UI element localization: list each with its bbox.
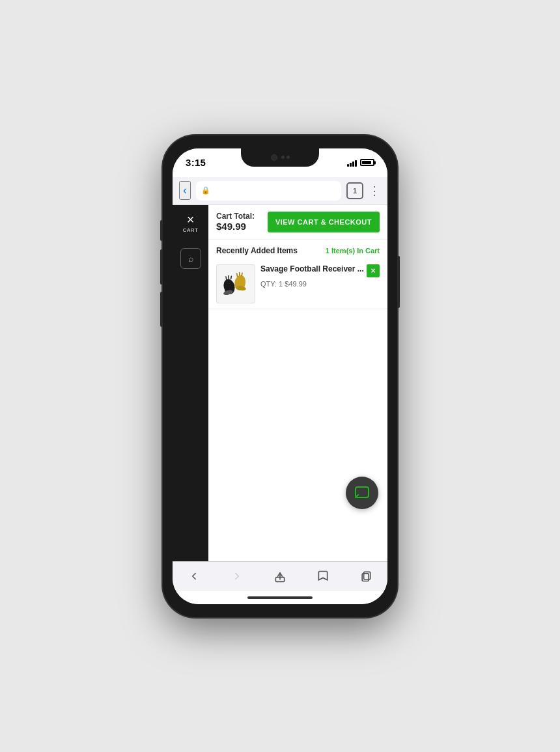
dot-sensor-2 [287,156,290,159]
cart-empty-area [208,309,387,561]
browser-bottom-forward-button[interactable] [227,566,247,586]
status-bar: 3:15 [173,148,387,177]
browser-url-bar[interactable]: 🔒 [196,181,341,201]
browser-back-button[interactable]: ‹ [179,181,191,200]
cart-label: CART [183,227,199,233]
browser-bottom-back-button[interactable] [184,566,204,586]
svg-line-7 [237,273,238,276]
item-name-row: Savage Football Receiver ... × [260,264,380,277]
chat-icon [354,485,370,501]
football-gloves-image [219,268,252,300]
tabs-overview-button[interactable] [356,566,376,586]
signal-bar-3 [352,161,354,167]
search-icon: ⌕ [188,253,193,264]
phone-frame: 3:15 ‹ [163,135,397,617]
volume-up-button [160,249,163,285]
signal-bar-4 [355,160,357,167]
battery-fill [362,161,371,164]
remove-item-button[interactable]: × [367,264,380,277]
cart-total-price: $49.99 [216,221,255,232]
close-cart-button[interactable]: × CART [179,212,203,235]
battery-icon [360,159,374,166]
item-details: Savage Football Receiver ... × QTY: 1 $4… [260,264,380,288]
power-button [397,256,400,308]
ssl-lock-icon: 🔒 [201,186,210,195]
status-time: 3:15 [186,157,206,168]
item-qty-price: QTY: 1 $49.99 [260,280,380,288]
cart-item: Savage Football Receiver ... × QTY: 1 $4… [208,259,387,309]
phone-screen: 3:15 ‹ [173,148,387,604]
cart-header: Cart Total: $49.99 VIEW CART & CHECKOUT [208,205,387,240]
volume-down-button [160,292,163,327]
item-name: Savage Football Receiver ... [260,264,367,273]
home-bar [247,596,313,599]
main-cart-area: Cart Total: $49.99 VIEW CART & CHECKOUT … [208,205,387,561]
notch-sensors [281,156,290,159]
svg-line-6 [231,276,232,279]
browser-bottom-bar [173,561,387,591]
cart-total-label: Cart Total: [216,212,255,221]
close-icon: × [187,213,195,226]
svg-line-4 [226,277,227,279]
chat-fab-button[interactable] [346,477,378,509]
browser-bar: ‹ 🔒 1 ⋮ [173,177,387,205]
home-indicator [173,591,387,604]
mute-button [160,220,163,241]
search-button[interactable]: ⌕ [180,248,201,269]
recently-added-header: Recently Added Items 1 Item(s) In Cart [208,240,387,259]
cart-content: × CART ⌕ Cart Total: $49.99 VIEW CART & … [173,205,387,561]
items-in-cart-badge: 1 Item(s) In Cart [326,247,380,255]
status-icons [347,159,374,167]
notch [241,148,319,167]
signal-bar-1 [347,164,349,167]
signal-icon [347,159,357,167]
left-panel: × CART ⌕ [173,205,208,561]
svg-line-9 [242,273,242,275]
checkout-button[interactable]: VIEW CART & CHECKOUT [268,212,380,232]
front-camera [271,154,277,161]
cart-total-section: Cart Total: $49.99 [216,212,255,232]
bookmarks-button[interactable] [313,566,333,586]
signal-bar-2 [350,163,352,167]
recently-added-label: Recently Added Items [216,246,298,255]
browser-tabs-button[interactable]: 1 [346,182,363,199]
share-button[interactable] [270,566,290,586]
dot-sensor-1 [281,156,285,159]
browser-menu-button[interactable]: ⋮ [369,184,381,198]
item-image [216,264,255,303]
